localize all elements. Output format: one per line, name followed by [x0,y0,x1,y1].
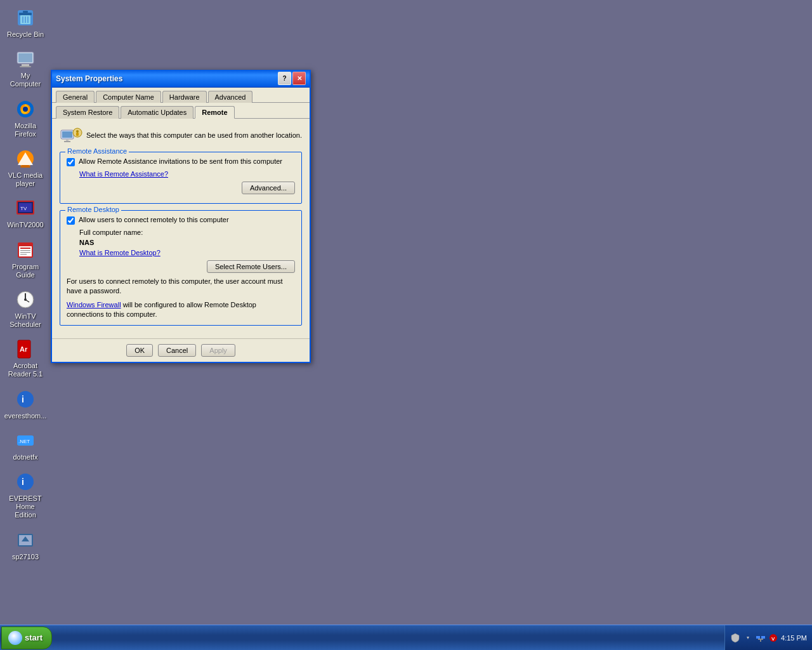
svg-marker-52 [747,637,749,639]
dialog-help-button[interactable]: ? [278,72,291,85]
full-computer-name-label: Full computer name: [79,229,143,236]
svg-rect-54 [761,636,765,639]
tab-automatic-updates[interactable]: Automatic Updates [121,106,193,119]
start-label: start [25,633,43,642]
ok-button[interactable]: OK [126,344,153,357]
dialog-controls: ? ✕ [278,72,306,85]
start-orb [8,631,22,645]
dialog-overlay: System Properties ? ✕ General Computer N… [0,0,812,650]
tab-computer-name[interactable]: Computer Name [96,91,161,103]
remote-desktop-checkbox-row: Allow users to connect remotely to this … [67,216,295,225]
tabs-row1: General Computer Name Hardware Advanced [52,88,310,103]
what-is-remote-assistance-link[interactable]: What is Remote Assistance? [79,170,168,178]
svg-point-50 [76,130,79,133]
select-remote-users-button[interactable]: Select Remote Users... [207,260,295,273]
remote-desktop-group: Remote Desktop Allow users to connect re… [60,210,302,326]
dialog-intro: Select the ways that this computer can b… [60,125,302,145]
tabs-row2: System Restore Automatic Updates Remote [52,103,310,119]
advanced-button[interactable]: Advanced... [242,182,295,194]
dialog-title: System Properties [56,74,278,83]
svg-rect-46 [62,131,72,138]
remote-desktop-checkbox[interactable] [67,216,75,225]
computer-name-value: NAS [79,239,94,246]
svg-rect-56 [760,640,761,642]
remote-desktop-label: Remote Desktop [65,206,121,213]
tab-system-restore[interactable]: System Restore [56,106,119,119]
computer-name-value-row: NAS [79,239,295,246]
remote-assistance-group: Remote Assistance Allow Remote Assistanc… [60,152,302,204]
svg-rect-48 [64,141,70,142]
remote-desktop-info-text: For users to connect remotely to this co… [67,277,295,296]
system-properties-dialog: System Properties ? ✕ General Computer N… [51,70,311,363]
dialog-footer: OK Cancel Apply [52,338,310,362]
taskbar: start V 4:15 PM [0,625,812,650]
advanced-btn-row: Advanced... [67,182,295,194]
tray-security-icon [730,633,740,643]
taskbar-tray: V 4:15 PM [724,625,812,650]
remote-assistance-checkbox[interactable] [67,158,75,166]
tab-general[interactable]: General [56,91,95,103]
apply-button[interactable]: Apply [201,344,235,357]
svg-rect-53 [756,636,760,639]
remote-assistance-checkbox-label[interactable]: Allow Remote Assistance invitations to b… [79,157,282,165]
svg-rect-47 [66,139,69,141]
remote-assistance-label: Remote Assistance [65,147,129,155]
taskbar-time: 4:15 PM [781,634,807,642]
dialog-close-button[interactable]: ✕ [292,72,306,85]
tab-advanced[interactable]: Advanced [208,91,253,103]
start-button[interactable]: start [1,627,52,649]
svg-rect-55 [758,639,763,640]
cancel-button[interactable]: Cancel [158,344,196,357]
tab-remote[interactable]: Remote [195,106,234,119]
dialog-content: Select the ways that this computer can b… [52,119,310,338]
windows-firewall-link[interactable]: Windows Firewall [67,301,121,308]
remote-desktop-checkbox-label[interactable]: Allow users to connect remotely to this … [79,216,229,223]
intro-text: Select the ways that this computer can b… [86,131,302,139]
select-remote-users-btn-row: Select Remote Users... [67,260,295,273]
tab-hardware[interactable]: Hardware [162,91,207,103]
svg-text:V: V [771,636,775,642]
tray-network-icon [756,633,766,643]
computer-network-icon [60,125,80,145]
tray-antivirus-icon: V [768,633,778,643]
full-computer-name-row: Full computer name: [79,229,295,236]
dialog-titlebar: System Properties ? ✕ [52,70,310,88]
remote-assistance-checkbox-row: Allow Remote Assistance invitations to b… [67,157,295,166]
tray-arrow-icon[interactable] [743,633,753,643]
svg-rect-51 [76,133,79,136]
what-is-remote-desktop-link[interactable]: What is Remote Desktop? [79,249,160,256]
windows-firewall-info: Windows Firewall will be configured to a… [67,300,295,320]
